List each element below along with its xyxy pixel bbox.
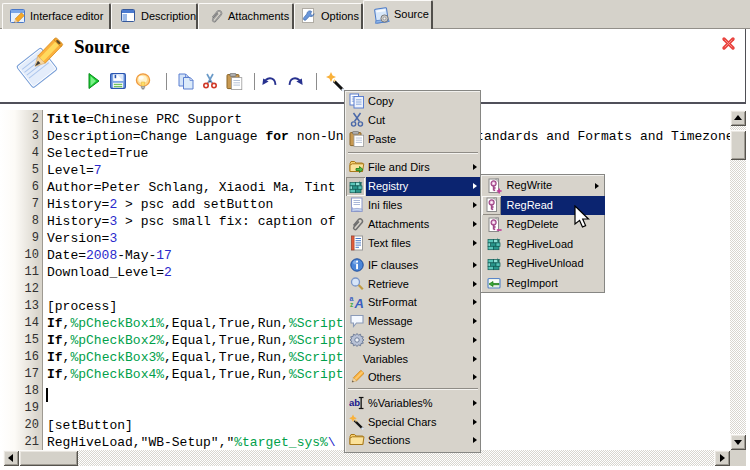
svg-text:A: A	[354, 296, 364, 310]
svg-text:z: z	[350, 301, 354, 308]
svg-text:ab: ab	[349, 397, 360, 408]
